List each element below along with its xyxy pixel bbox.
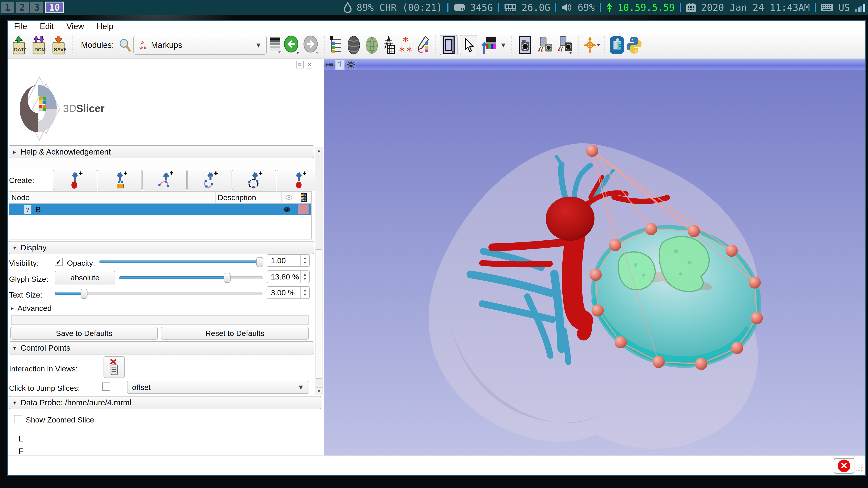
jump-mode-combobox[interactable]: offset ▼ (127, 381, 309, 394)
glyph-size-mode-button[interactable]: absolute (55, 271, 115, 285)
spinner-arrows-icon[interactable]: ▲▼ (300, 255, 309, 266)
workspace-2[interactable]: 2 (16, 2, 29, 13)
magnifier-icon[interactable] (119, 38, 131, 52)
volume-icon (561, 3, 572, 12)
node-visibility-eye-icon[interactable] (283, 206, 291, 213)
text-size-value: 3.00 % (267, 288, 300, 297)
interaction-in-views-button[interactable] (103, 356, 125, 378)
panel-scrollbar-handle[interactable] (315, 249, 322, 379)
screenshot-button[interactable] (516, 35, 534, 55)
node-row-b[interactable]: ? B (9, 203, 311, 215)
fg-bg-color-icon[interactable] (480, 36, 498, 55)
menu-view[interactable]: View (66, 22, 84, 31)
workspace-1[interactable]: 1 (1, 2, 14, 13)
create-open-curve-button[interactable] (187, 170, 231, 191)
advanced-section[interactable]: ▸ Advanced (11, 304, 52, 313)
view-crosshair-icon[interactable] (346, 60, 356, 69)
logo-text-slicer: Slicer (76, 103, 104, 114)
create-fiducial-button[interactable] (277, 170, 321, 191)
green-sphere-icon[interactable] (364, 35, 380, 55)
click-to-jump-checkbox[interactable] (102, 383, 110, 391)
menu-file[interactable]: File (14, 22, 27, 31)
main-toolbar: DATA DCM SAVE Modules: Markups ▼ (8, 32, 865, 59)
spinner-arrows-icon[interactable]: ▲▼ (300, 271, 309, 283)
workspace-10-active[interactable]: 10 (45, 2, 64, 13)
mesh-icon[interactable] (382, 36, 397, 55)
display-section-header[interactable]: ▾ Display (8, 241, 314, 254)
column-visibility[interactable] (282, 192, 296, 203)
crosshair-icon[interactable] (583, 36, 600, 54)
battery-droplet-icon (344, 2, 351, 13)
node-color-swatch[interactable] (298, 204, 309, 215)
control-points-label: Control Points (21, 344, 70, 352)
chevron-down-icon[interactable]: ▼ (500, 41, 507, 49)
collapse-arrow-icon: ▸ (13, 149, 16, 156)
create-line-button[interactable] (98, 170, 142, 191)
threed-scene[interactable] (324, 70, 865, 455)
pin-icon[interactable] (326, 62, 334, 68)
menu-help[interactable]: Help (96, 22, 113, 31)
workspace-3[interactable]: 3 (30, 2, 43, 13)
spinner-arrows-icon[interactable]: ▲▼ (300, 287, 309, 298)
levels-icon[interactable] (269, 37, 281, 54)
help-acknowledgement-section[interactable]: ▸ Help & Acknowledgement (8, 145, 314, 158)
module-history-icon[interactable] (329, 36, 344, 55)
layout-button[interactable] (440, 35, 458, 55)
column-description[interactable]: Description (216, 192, 282, 203)
scene-view-button[interactable] (536, 35, 554, 55)
toolbar-separator (578, 36, 579, 54)
column-color[interactable] (296, 192, 311, 203)
svg-text:SAVE: SAVE (54, 47, 66, 53)
node-name: B (36, 205, 41, 214)
python-icon[interactable] (627, 36, 642, 55)
column-node[interactable]: Node (9, 192, 216, 203)
control-points-section-header[interactable]: ▾ Control Points (8, 341, 314, 355)
advanced-label: Advanced (18, 304, 52, 313)
glyph-size-slider[interactable] (119, 276, 263, 279)
separator (555, 3, 556, 12)
reset-to-defaults-button[interactable]: Reset to Defaults (161, 327, 309, 339)
collapse-arrow-icon: ▸ (11, 305, 14, 312)
visibility-checkbox[interactable]: ✓ (55, 258, 63, 266)
back-icon[interactable] (283, 35, 300, 55)
extensions-icon[interactable] (610, 36, 624, 55)
fiducials-icon[interactable] (399, 36, 413, 55)
volume-sphere-icon[interactable] (346, 35, 362, 55)
opacity-spinbox[interactable]: 1.00 ▲▼ (267, 254, 310, 267)
save-to-defaults-button[interactable]: Save to Defaults (10, 327, 158, 339)
create-angle-button[interactable] (143, 170, 187, 191)
scroll-up-icon[interactable]: ▲ (315, 147, 323, 154)
forward-icon[interactable] (303, 35, 320, 55)
mouse-mode-button[interactable] (460, 35, 477, 55)
save-to-defaults-label: Save to Defaults (56, 329, 112, 338)
load-data-button[interactable]: DATA (10, 35, 28, 55)
display-section-label: Display (21, 243, 46, 252)
module-selector-combobox[interactable]: Markups ▼ (133, 36, 267, 55)
resize-grip[interactable] (855, 463, 864, 473)
create-point-button[interactable] (53, 170, 97, 191)
close-panel-icon[interactable]: ✕ (306, 61, 313, 68)
threed-view-header-bar[interactable]: 1 (324, 59, 865, 70)
data-probe-section-header[interactable]: ▾ Data Probe: /home/aure/4.mrml (8, 396, 321, 409)
separator (815, 3, 816, 12)
show-zoomed-slice-checkbox[interactable] (14, 415, 22, 423)
text-size-spinbox[interactable]: 3.00 % ▲▼ (267, 286, 310, 299)
opacity-slider[interactable] (99, 260, 263, 263)
scroll-down-icon[interactable]: ▼ (315, 387, 323, 395)
click-to-jump-slices-label: Click to Jump Slices: (9, 384, 80, 393)
save-button[interactable]: SAVE (50, 35, 67, 55)
window-status-strip: ✕ (8, 455, 865, 475)
undock-panel-icon[interactable]: ⧉ (296, 61, 304, 68)
create-closed-curve-button[interactable] (232, 170, 276, 191)
dicom-button[interactable]: DCM (30, 35, 48, 55)
scene-view-restore-button[interactable] (556, 35, 574, 55)
toolbar-separator (71, 36, 73, 54)
text-size-slider[interactable] (55, 292, 263, 295)
toolbar-separator (511, 36, 512, 54)
annotate-icon[interactable] (415, 35, 430, 55)
threed-view[interactable]: 1 (324, 59, 865, 455)
error-close-button[interactable]: ✕ (834, 458, 855, 474)
view-tab-label[interactable]: 1 (336, 60, 344, 70)
menu-edit[interactable]: Edit (40, 22, 54, 31)
glyph-size-spinbox[interactable]: 13.80 % ▲▼ (267, 270, 310, 283)
